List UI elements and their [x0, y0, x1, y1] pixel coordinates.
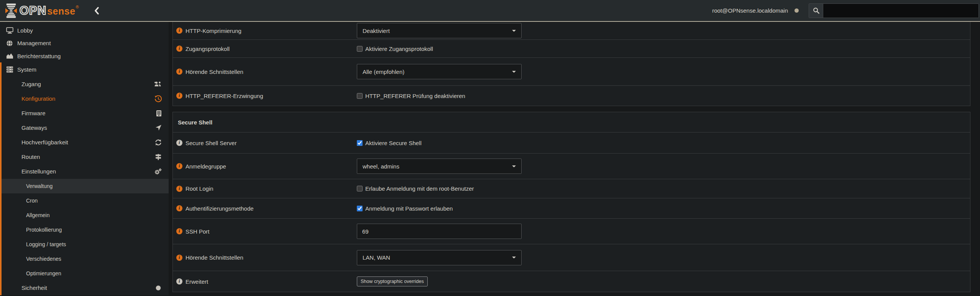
sidebar-item-protokollierung[interactable]: Protokollierung	[2, 222, 169, 237]
sidebar-item-gateways[interactable]: Gateways	[2, 121, 169, 135]
info-icon[interactable]	[176, 69, 182, 75]
sidebar-item-label: Routen	[21, 154, 40, 160]
sidebar-item-verwaltung[interactable]: Verwaltung	[2, 179, 169, 193]
sidebar-item-optimierungen[interactable]: Optimierungen	[2, 266, 169, 281]
sidebar-menu: Lobby Management Berichterstattung	[0, 22, 169, 295]
info-icon[interactable]	[176, 205, 182, 211]
search-input[interactable]	[823, 4, 978, 18]
form-row-ssh-server: Secure Shell Server Aktiviere Secure She…	[173, 132, 970, 153]
show-crypto-overrides-button[interactable]: Show cryptographic overrides	[357, 276, 428, 286]
checkbox-input[interactable]	[357, 140, 363, 146]
info-icon[interactable]	[176, 255, 182, 261]
root-login-checkbox[interactable]: Erlaube Anmeldung mit dem root-Benutzer	[357, 185, 474, 192]
sidebar-item-konfiguration[interactable]: Konfiguration	[2, 92, 169, 106]
section-title: Secure Shell	[173, 119, 212, 126]
field-label: Erweitert	[185, 278, 208, 285]
secure-shell-panel: Secure Shell Secure Shell Server Aktivie…	[172, 112, 970, 292]
sidebar-item-verschiedenes[interactable]: Verschiedenes	[2, 252, 169, 266]
select-value: wheel, admins	[363, 163, 512, 170]
form-row-http-referer: HTTP_REFERER-Erzwingung HTTP_REFERER Prü…	[173, 85, 970, 106]
desktop-icon	[5, 27, 14, 34]
checkbox-label: Anmeldung mit Passwort erlauben	[365, 205, 453, 212]
enable-ssh-checkbox[interactable]: Aktiviere Secure Shell	[357, 140, 422, 146]
password-auth-checkbox[interactable]: Anmeldung mit Passwort erlauben	[357, 205, 453, 212]
field-label: HTTP-Komprimierung	[185, 28, 241, 34]
field-label: Hörende Schnittstellen	[185, 254, 243, 261]
select-value: LAN, WAN	[363, 254, 512, 261]
form-row-login-group: Anmeldegruppe wheel, admins	[173, 153, 970, 179]
listen-interfaces-select[interactable]: Alle (empfohlen)	[357, 64, 522, 79]
sidebar-item-sicherheit[interactable]: Sicherheit	[2, 281, 169, 295]
area-chart-icon	[5, 53, 14, 59]
opnsense-logo[interactable]: OPN sense ®	[5, 3, 79, 18]
sidebar-item-label: Verschiedenes	[26, 256, 61, 262]
sidebar-item-allgemein[interactable]: Allgemein	[2, 208, 169, 222]
info-icon[interactable]	[176, 228, 182, 234]
sidebar-item-firmware[interactable]: Firmware	[2, 106, 169, 121]
form-row-root-login: Root Login Erlaube Anmeldung mit dem roo…	[173, 179, 970, 198]
checkbox-input[interactable]	[357, 186, 363, 191]
sidebar-item-label: Hochverfügbarkeit	[21, 139, 68, 146]
sidebar-item-system[interactable]: System	[2, 62, 169, 77]
sidebar-item-management[interactable]: Management	[0, 37, 169, 49]
sidebar-item-label: Gateways	[21, 124, 47, 131]
sidebar-item-lobby[interactable]: Lobby	[0, 24, 169, 37]
checkbox-label: HTTP_REFERER Prüfung deaktivieren	[365, 93, 465, 99]
section-header-row: Secure Shell	[173, 112, 970, 132]
webgui-settings-panel: HTTP-Komprimierung Deaktiviert Zugangspr…	[172, 22, 970, 106]
logged-in-user: root@OPNsense.localdomain	[712, 7, 788, 14]
info-icon[interactable]	[176, 140, 182, 146]
sidebar-item-routen[interactable]: Routen	[2, 150, 169, 164]
hourglass-logo-icon	[5, 3, 17, 18]
http-referer-checkbox[interactable]: HTTP_REFERER Prüfung deaktivieren	[357, 93, 465, 99]
logo-sense-text: sense	[47, 6, 75, 17]
sidebar-collapse-button[interactable]	[93, 5, 100, 16]
http-compression-select[interactable]: Deaktiviert	[357, 23, 522, 38]
globe-icon	[5, 40, 14, 47]
checkbox-input[interactable]	[357, 93, 363, 99]
global-search	[809, 3, 979, 18]
form-row-ssh-port: SSH Port	[173, 218, 970, 244]
users-icon	[154, 81, 162, 87]
sidebar-item-label: System	[17, 66, 36, 73]
checkbox-input[interactable]	[357, 46, 363, 52]
info-icon[interactable]	[176, 186, 182, 192]
sidebar-item-label: Verwaltung	[26, 183, 53, 189]
sidebar-item-einstellungen[interactable]: Einstellungen	[2, 164, 169, 179]
chevron-left-icon	[94, 7, 99, 15]
logo-opn-text: OPN	[20, 5, 46, 16]
sidebar-item-label: Zugang	[21, 81, 41, 87]
select-value: Deaktiviert	[363, 28, 512, 34]
sidebar-item-label: Berichterstattung	[17, 53, 61, 59]
checkbox-label: Aktiviere Zugangsprotokoll	[365, 46, 433, 52]
checkbox-input[interactable]	[357, 206, 363, 211]
info-icon[interactable]	[176, 93, 182, 99]
sidebar-item-zugang[interactable]: Zugang	[2, 77, 169, 92]
info-icon[interactable]	[176, 163, 182, 169]
sidebar-item-label: Firmware	[21, 110, 46, 116]
sidebar-item-label: Cron	[26, 198, 38, 204]
login-group-select[interactable]: wheel, admins	[357, 159, 522, 174]
access-log-checkbox[interactable]: Aktiviere Zugangsprotokoll	[357, 46, 433, 52]
field-label: Hörende Schnittstellen	[185, 69, 243, 75]
field-label: Authentifizierungsmethode	[185, 205, 254, 212]
sidebar-item-hochverfuegbarkeit[interactable]: Hochverfügbarkeit	[2, 135, 169, 150]
form-row-listen-interfaces: Hörende Schnittstellen Alle (empfohlen)	[173, 57, 970, 85]
history-icon	[155, 95, 162, 102]
sidebar-item-label: Konfiguration	[21, 95, 55, 102]
ssh-port-input[interactable]	[357, 224, 522, 239]
sidebar-item-logging-targets[interactable]: Logging / targets	[2, 237, 169, 252]
info-icon[interactable]	[176, 28, 182, 34]
info-icon[interactable]	[176, 46, 182, 52]
checkbox-label: Erlaube Anmeldung mit dem root-Benutzer	[365, 185, 474, 192]
info-icon[interactable]	[176, 278, 182, 285]
top-navbar: OPN sense ® root@OPNsense.localdomain	[0, 0, 980, 22]
form-row-auth-method: Authentifizierungsmethode Anmeldung mit …	[173, 198, 970, 218]
sidebar-item-cron[interactable]: Cron	[2, 193, 169, 208]
caret-down-icon	[512, 71, 516, 73]
field-label: Zugangsprotokoll	[185, 46, 230, 52]
ssh-listen-interfaces-select[interactable]: LAN, WAN	[357, 250, 522, 265]
form-row-ssh-listen-interfaces: Hörende Schnittstellen LAN, WAN	[173, 244, 970, 271]
search-icon	[809, 4, 823, 18]
sidebar-item-berichterstattung[interactable]: Berichterstattung	[0, 50, 169, 62]
